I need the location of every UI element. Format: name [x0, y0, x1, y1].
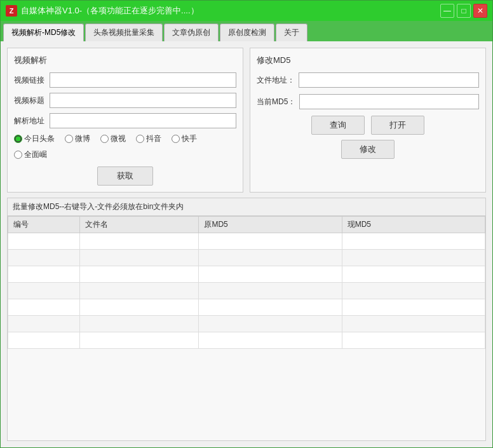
cell-original-md5 — [199, 299, 342, 316]
cell-current-md5 — [342, 283, 485, 299]
col-header-id: 编号 — [8, 217, 80, 233]
tab-about[interactable]: 关于 — [276, 24, 307, 41]
cell-current-md5 — [342, 233, 485, 250]
file-addr-input[interactable] — [299, 72, 479, 88]
cell-id — [8, 332, 80, 349]
fetch-btn-row: 获取 — [14, 166, 236, 186]
video-title-label: 视频标题 — [14, 95, 46, 106]
minimize-button[interactable]: — — [440, 4, 454, 18]
batch-table: 编号 文件名 原MD5 现MD5 — [8, 216, 485, 349]
batch-section-title: 批量修改MD5--右键导入-文件必须放在bin文件夹内 — [8, 198, 485, 216]
cell-current-md5 — [342, 332, 485, 349]
main-window: Z 自媒体神器V1.0-（各项功能正在逐步完善中....） — □ ✕ 视频解析… — [0, 0, 493, 448]
top-panels: 视频解析 视频链接 视频标题 解析地址 今日头条 — [7, 48, 486, 193]
title-bar: Z 自媒体神器V1.0-（各项功能正在逐步完善中....） — □ ✕ — [1, 1, 492, 21]
col-header-original-md5: 原MD5 — [199, 217, 342, 233]
window-controls: — □ ✕ — [440, 4, 487, 18]
cell-original-md5 — [199, 283, 342, 299]
platform-radio-group: 今日头条 微博 微视 抖音 — [14, 133, 236, 160]
radio-kuaishou[interactable]: 快手 — [172, 133, 197, 144]
cell-original-md5 — [199, 233, 342, 250]
current-md5-label: 当前MD5： — [257, 97, 295, 107]
close-button[interactable]: ✕ — [473, 4, 487, 18]
current-md5-row: 当前MD5： — [257, 94, 479, 109]
cell-original-md5 — [199, 266, 342, 283]
cell-original-md5 — [199, 250, 342, 266]
query-button[interactable]: 查询 — [311, 116, 365, 135]
table-row[interactable] — [8, 283, 485, 299]
table-row[interactable] — [8, 332, 485, 349]
cell-filename — [79, 299, 199, 316]
video-parse-panel: 视频解析 视频链接 视频标题 解析地址 今日头条 — [7, 48, 243, 193]
cell-id — [8, 283, 80, 299]
open-button[interactable]: 打开 — [371, 116, 424, 135]
table-header-row: 编号 文件名 原MD5 现MD5 — [8, 217, 485, 233]
table-row[interactable] — [8, 233, 485, 250]
cell-current-md5 — [342, 299, 485, 316]
cell-filename — [79, 283, 199, 299]
video-title-row: 视频标题 — [14, 93, 236, 108]
file-addr-row: 文件地址： — [257, 72, 479, 88]
cell-current-md5 — [342, 250, 485, 266]
cell-id — [8, 233, 80, 250]
modify-btn-row: 修改 — [257, 140, 479, 159]
cell-id — [8, 266, 80, 283]
tab-toutiao-collect[interactable]: 头条视频批量采集 — [85, 24, 163, 41]
radio-toutiao[interactable]: 今日头条 — [14, 133, 55, 144]
current-md5-input[interactable] — [299, 94, 479, 109]
batch-md5-section: 批量修改MD5--右键导入-文件必须放在bin文件夹内 编号 文件名 原MD5 … — [7, 198, 486, 441]
parse-addr-label: 解析地址 — [14, 116, 46, 126]
modify-md5-title: 修改MD5 — [257, 55, 479, 66]
table-row[interactable] — [8, 266, 485, 283]
file-addr-label: 文件地址： — [257, 75, 295, 86]
cell-id — [8, 250, 80, 266]
modify-button[interactable]: 修改 — [341, 140, 395, 159]
col-header-filename: 文件名 — [79, 217, 199, 233]
query-open-btn-row: 查询 打开 — [257, 116, 479, 135]
table-container[interactable]: 编号 文件名 原MD5 现MD5 — [8, 216, 485, 440]
video-title-input[interactable] — [50, 93, 236, 108]
cell-filename — [79, 332, 199, 349]
fetch-button[interactable]: 获取 — [97, 166, 153, 186]
modify-md5-panel: 修改MD5 文件地址： 当前MD5： 查询 打开 修改 — [250, 48, 486, 193]
cell-filename — [79, 250, 199, 266]
content-area: 视频解析 视频链接 视频标题 解析地址 今日头条 — [1, 41, 492, 447]
parse-addr-row: 解析地址 — [14, 113, 236, 128]
cell-filename — [79, 266, 199, 283]
cell-id — [8, 299, 80, 316]
table-row[interactable] — [8, 250, 485, 266]
table-row[interactable] — [8, 316, 485, 332]
table-body — [8, 233, 485, 349]
radio-weishi[interactable]: 微视 — [100, 133, 126, 144]
video-link-row: 视频链接 — [14, 72, 236, 88]
tab-video-parse-md5[interactable]: 视频解析-MD5修改 — [3, 24, 84, 41]
col-header-current-md5: 现MD5 — [342, 217, 485, 233]
cell-filename — [79, 316, 199, 332]
cell-id — [8, 316, 80, 332]
radio-quanmian[interactable]: 全面崛 — [14, 149, 47, 160]
radio-weibo[interactable]: 微博 — [65, 133, 90, 144]
title-bar-left: Z 自媒体神器V1.0-（各项功能正在逐步完善中....） — [6, 5, 199, 17]
maximize-button[interactable]: □ — [457, 4, 471, 18]
window-title: 自媒体神器V1.0-（各项功能正在逐步完善中....） — [21, 5, 199, 17]
video-link-input[interactable] — [50, 72, 236, 88]
tab-originality-check[interactable]: 原创度检测 — [220, 24, 274, 41]
tab-article-rewrite[interactable]: 文章伪原创 — [164, 24, 219, 41]
app-icon: Z — [6, 5, 17, 17]
cell-filename — [79, 233, 199, 250]
parse-addr-input[interactable] — [50, 113, 236, 128]
radio-douyin[interactable]: 抖音 — [136, 133, 161, 144]
cell-current-md5 — [342, 316, 485, 332]
cell-original-md5 — [199, 332, 342, 349]
video-link-label: 视频链接 — [14, 75, 46, 86]
table-row[interactable] — [8, 299, 485, 316]
tab-bar: 视频解析-MD5修改 头条视频批量采集 文章伪原创 原创度检测 关于 — [1, 21, 492, 41]
cell-current-md5 — [342, 266, 485, 283]
cell-original-md5 — [199, 316, 342, 332]
video-parse-title: 视频解析 — [14, 55, 236, 66]
